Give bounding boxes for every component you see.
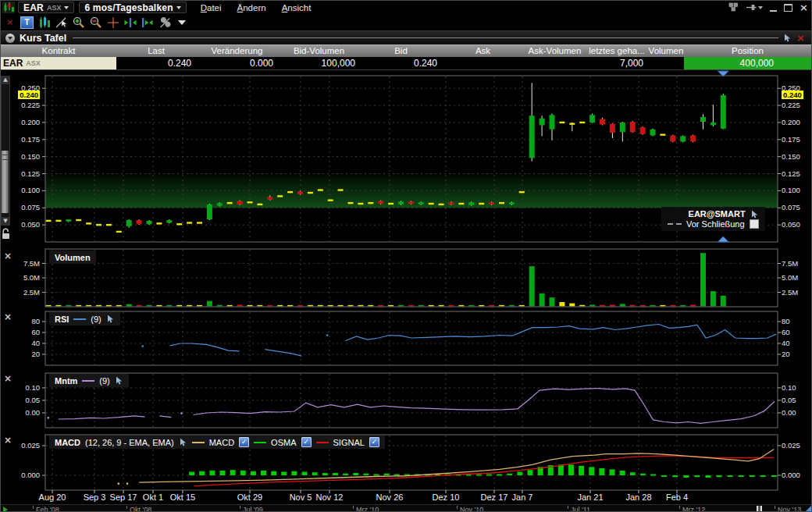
last-bar-marker-bottom[interactable] — [718, 236, 728, 242]
momentum-label: Mntm — [55, 376, 77, 386]
cell-bid_volume[interactable]: 100,000 — [278, 57, 360, 69]
zoom-in-icon[interactable] — [71, 16, 86, 30]
quote-table-row: EARASX0.2400.000100,0000.2407,000400,000 — [1, 57, 811, 70]
column-header-1[interactable]: Last — [116, 45, 196, 58]
menu-datei[interactable]: Datei — [201, 3, 222, 12]
remove-icon[interactable]: × — [2, 16, 17, 30]
rsi-label: RSI — [55, 315, 69, 324]
contract-cell[interactable]: EARASX — [1, 57, 116, 69]
timeline-label: Feb '08 — [36, 506, 59, 512]
resize-corner-icon[interactable] — [804, 506, 811, 512]
scroll-down-button[interactable]: ▼ — [1, 217, 10, 226]
hand-cursor-icon[interactable] — [750, 210, 759, 219]
chevron-down-icon — [64, 6, 69, 9]
pre-close-checkbox[interactable] — [750, 219, 759, 229]
hand-cursor-icon[interactable] — [783, 34, 792, 42]
menu-ndern[interactable]: Ändern — [237, 3, 266, 12]
minimize-icon[interactable] — [770, 10, 777, 12]
scrollbar-thumb[interactable] — [2, 151, 9, 213]
timeline-label: Nov '13 — [778, 506, 801, 512]
volume-legend: Volumen — [49, 251, 96, 264]
close-section-icon[interactable]: × — [796, 32, 805, 44]
signal-checkbox[interactable]: ✓ — [369, 437, 379, 447]
exchange-label: ASX — [47, 4, 62, 12]
trendline-icon[interactable] — [54, 16, 69, 30]
timeframe-selector[interactable]: 6 mos/Tagesbalken — [79, 2, 186, 13]
rsi-line-sample — [73, 318, 86, 320]
scroll-up-button[interactable]: ▲ — [1, 76, 10, 84]
osma-checkbox[interactable]: ✓ — [301, 437, 312, 447]
timeframe-label: 6 mos/Tagesbalken — [84, 2, 173, 13]
compress-bars-icon[interactable] — [140, 16, 155, 30]
maximize-icon[interactable] — [784, 4, 792, 12]
history-timeline[interactable]: Feb '08Okt '08Jul '09Mrz '10Nov '10Jul '… — [1, 504, 811, 512]
cell-change[interactable]: 0.000 — [196, 57, 278, 69]
close-macd-panel-icon[interactable]: × — [2, 435, 13, 446]
osma-series-label: OSMA — [271, 438, 296, 447]
close-icon[interactable]: × — [800, 2, 808, 12]
column-header-5[interactable]: Ask — [442, 45, 524, 58]
column-header-7[interactable]: letztes geha... — [586, 45, 648, 58]
expand-bars-icon[interactable] — [123, 16, 137, 30]
hand-cursor-icon[interactable] — [179, 438, 187, 446]
cell-last[interactable]: 0.240 — [116, 57, 196, 69]
bar-chart-icon[interactable] — [37, 16, 52, 30]
column-header-2[interactable]: Veränderung — [196, 45, 278, 58]
timeline-label: Nov '10 — [460, 506, 483, 512]
column-header-8[interactable]: Volumen — [648, 45, 684, 58]
quote-table-header: KontraktLastVeränderungBid-VolumenBidAsk… — [1, 44, 811, 57]
cell-ask[interactable] — [442, 57, 524, 69]
blocks-icon[interactable] — [728, 1, 739, 15]
trading-chart-window: EAR ASX 6 mos/Tagesbalken DateiÄndernAns… — [0, 0, 812, 512]
chart-toolbar: × T — [1, 14, 811, 31]
momentum-period-label: (9) — [99, 376, 109, 386]
price-chart-legend: EAR@SMART Vor Schließung — [661, 207, 765, 231]
cell-position[interactable]: 400,000 — [684, 57, 811, 69]
macd-legend: MACD (12, 26, 9 - EMA, EMA) MACD ✓ OSMA … — [49, 436, 385, 449]
close-momentum-panel-icon[interactable]: × — [2, 373, 13, 384]
symbol-selector[interactable]: EAR ASX — [18, 2, 74, 13]
timeline-label: Mrz '12 — [682, 506, 705, 512]
macd-params-label: (12, 26, 9 - EMA, EMA) — [85, 438, 174, 447]
close-volume-panel-icon[interactable]: × — [2, 251, 13, 261]
hand-cursor-icon[interactable] — [106, 315, 115, 323]
column-header-9[interactable]: Position — [684, 45, 811, 58]
rsi-legend: RSI (9) — [49, 312, 120, 325]
app-chart-icon — [2, 2, 15, 13]
section-header: Kurs Tafel × — [1, 31, 811, 44]
macd-checkbox[interactable]: ✓ — [239, 437, 249, 447]
symbol-label: EAR — [23, 2, 44, 13]
menu-items: DateiÄndernAnsicht — [201, 3, 312, 12]
cell-last_traded_volume[interactable]: 7,000 — [586, 57, 648, 69]
macd-series-label: MACD — [209, 438, 234, 447]
crosshair-icon[interactable] — [105, 16, 120, 30]
lock-scale-icon[interactable] — [2, 228, 10, 243]
momentum-legend: Mntm (9) — [49, 374, 129, 387]
column-header-6[interactable]: Ask-Volumen — [524, 45, 586, 58]
pre-close-label: Vor Schließung — [686, 219, 745, 229]
zoom-out-icon[interactable] — [88, 16, 103, 30]
timeline-label: Jul '11 — [571, 506, 590, 512]
close-rsi-panel-icon[interactable]: × — [2, 311, 13, 322]
section-title: Kurs Tafel — [20, 33, 66, 44]
timeline-range-grip[interactable] — [757, 506, 762, 512]
timeline-label: Okt '08 — [130, 506, 151, 512]
osma-line-sample — [254, 442, 266, 443]
dropdown-arrow-icon[interactable] — [174, 16, 189, 30]
cell-volume[interactable] — [648, 57, 684, 69]
signal-line-sample — [316, 442, 329, 443]
menu-ansicht[interactable]: Ansicht — [282, 3, 312, 12]
wrench-icon[interactable] — [157, 16, 172, 30]
column-header-0[interactable]: Kontrakt — [1, 45, 116, 58]
timeline-label: Jul '09 — [243, 506, 263, 512]
chevron-down-icon — [758, 6, 763, 9]
cell-ask_volume[interactable] — [524, 57, 586, 69]
column-header-3[interactable]: Bid-Volumen — [278, 45, 360, 58]
column-header-4[interactable]: Bid — [360, 45, 442, 58]
timeline-start-icon — [3, 507, 8, 512]
text-tool-icon[interactable]: T — [20, 16, 34, 30]
hand-cursor-icon[interactable] — [115, 376, 123, 385]
pin-icon[interactable] — [746, 3, 763, 12]
cell-bid[interactable]: 0.240 — [360, 57, 442, 69]
collapse-section-button[interactable] — [5, 34, 15, 43]
